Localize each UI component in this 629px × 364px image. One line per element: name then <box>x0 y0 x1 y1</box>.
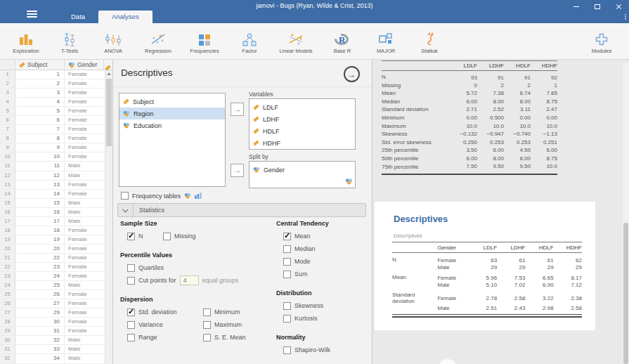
missing-checkbox[interactable] <box>163 233 171 240</box>
table-row[interactable]: 30 32 Male <box>0 336 112 345</box>
n-checkbox[interactable] <box>127 233 135 240</box>
subject-cell[interactable]: 24 <box>15 272 65 280</box>
frequency-tables-option[interactable]: Frequency tables <box>121 192 202 200</box>
assign-split-button[interactable]: → <box>231 164 244 177</box>
ribbon-item-exploration[interactable]: Exploration <box>4 29 48 54</box>
subject-cell[interactable]: 2 <box>15 79 65 88</box>
gender-cell[interactable]: Female <box>65 98 104 106</box>
table-row[interactable]: 28 30 Female <box>0 318 112 327</box>
table-row[interactable]: 11 11 Male <box>0 162 112 171</box>
table-row[interactable]: 7 7 Female <box>0 125 112 134</box>
column-header-subject[interactable]: Subject <box>15 60 65 70</box>
results-scrollbar[interactable] <box>623 63 629 364</box>
variable-item[interactable]: HDHF <box>249 137 355 149</box>
table-row[interactable]: 20 20 Female <box>0 245 112 254</box>
table-row[interactable]: 32 34 Male <box>0 354 112 363</box>
gender-cell[interactable]: Female <box>65 107 104 115</box>
subject-cell[interactable]: 11 <box>15 162 65 170</box>
list-item-education[interactable]: Education <box>119 119 225 131</box>
ribbon-item-base-r[interactable]: R Base R <box>320 29 364 54</box>
table-row[interactable]: 26 27 Female <box>0 299 112 308</box>
tab-data[interactable]: Data <box>58 11 98 23</box>
subject-cell[interactable]: 19 <box>15 235 65 244</box>
table-row[interactable]: 18 18 Female <box>0 226 112 235</box>
table-row[interactable]: 31 33 Male <box>0 345 112 354</box>
table-row[interactable]: 5 5 Female <box>0 107 112 116</box>
option-std-deviation[interactable]: Std. deviation <box>127 306 196 318</box>
sum-checkbox[interactable] <box>283 271 291 278</box>
option-missing[interactable]: Missing <box>163 230 196 242</box>
quartiles-checkbox[interactable] <box>127 264 135 272</box>
variable-item[interactable]: LDLF <box>249 101 355 113</box>
subject-cell[interactable]: 27 <box>15 299 65 308</box>
subject-cell[interactable]: 15 <box>15 199 65 207</box>
subject-cell[interactable]: 22 <box>15 254 65 262</box>
cut-points-checkbox[interactable] <box>127 277 135 285</box>
option-mean[interactable]: Mean <box>283 230 375 242</box>
kurtosis-checkbox[interactable] <box>283 315 291 323</box>
gender-cell[interactable]: Female <box>65 116 104 124</box>
shapiro-wilk-checkbox[interactable] <box>283 346 291 354</box>
table-row[interactable]: 27 29 Female <box>0 308 112 318</box>
table-row[interactable]: 24 25 Male <box>0 281 112 290</box>
gender-cell[interactable]: Female <box>65 79 104 88</box>
collapse-panel-button[interactable]: → <box>344 66 360 82</box>
subject-cell[interactable]: 6 <box>15 116 65 124</box>
gender-cell[interactable]: Female <box>65 134 104 143</box>
table-row[interactable]: 17 17 Male <box>0 217 112 226</box>
table-row[interactable]: 8 8 Female <box>0 134 112 143</box>
se-mean-checkbox[interactable] <box>203 334 211 342</box>
gender-cell[interactable]: Female <box>65 263 104 271</box>
table-row[interactable]: 12 12 Male <box>0 171 112 181</box>
gender-cell[interactable]: Female <box>65 290 104 299</box>
gender-cell[interactable]: Female <box>65 254 104 262</box>
mean-checkbox[interactable] <box>283 233 291 240</box>
table-row[interactable]: 1 1 Female <box>0 70 112 79</box>
table-row[interactable]: 21 22 Female <box>0 254 112 263</box>
option-variance[interactable]: Variance <box>127 318 196 331</box>
subject-cell[interactable]: 20 <box>15 245 65 253</box>
gender-cell[interactable]: Female <box>65 89 104 97</box>
split-item-gender[interactable]: Gender <box>249 164 355 176</box>
gender-cell[interactable]: Female <box>65 308 104 317</box>
table-row[interactable]: 15 15 Male <box>0 199 112 208</box>
option-quartiles[interactable]: Quartiles <box>127 261 271 274</box>
menu-icon[interactable] <box>27 11 37 18</box>
gender-cell[interactable]: Female <box>65 181 104 189</box>
subject-cell[interactable]: 26 <box>15 290 65 299</box>
gender-cell[interactable]: Female <box>65 152 104 161</box>
table-row[interactable]: 16 16 Male <box>0 208 112 217</box>
gender-cell[interactable]: Male <box>65 208 104 216</box>
option-skewness[interactable]: Skewness <box>283 299 375 312</box>
subject-cell[interactable]: 29 <box>15 308 65 317</box>
gender-cell[interactable]: Male <box>65 345 104 353</box>
scroll-up-icon[interactable] <box>107 72 111 75</box>
column-header-gender[interactable]: Gender <box>65 60 104 70</box>
gender-cell[interactable]: Female <box>65 190 104 198</box>
scrollbar-thumb[interactable] <box>623 223 628 364</box>
subject-cell[interactable]: 3 <box>15 89 65 97</box>
table-row[interactable]: 23 24 Female <box>0 272 112 281</box>
gender-cell[interactable]: Male <box>65 171 104 180</box>
subject-cell[interactable]: 32 <box>15 336 65 344</box>
subject-cell[interactable]: 17 <box>15 217 65 226</box>
mode-checkbox[interactable] <box>283 258 291 266</box>
subject-cell[interactable]: 1 <box>15 70 65 79</box>
ribbon-item-t-tests[interactable]: T-Tests <box>48 29 91 54</box>
frequency-tables-checkbox[interactable] <box>121 192 129 200</box>
ribbon-item-anova[interactable]: ANOVA <box>91 29 135 54</box>
option-median[interactable]: Median <box>283 242 375 255</box>
subject-cell[interactable]: 33 <box>15 345 65 353</box>
gender-cell[interactable]: Female <box>65 226 104 235</box>
subject-cell[interactable]: 31 <box>15 327 65 335</box>
ribbon-item-regression[interactable]: Regression <box>135 29 181 54</box>
subject-cell[interactable]: 8 <box>15 134 65 143</box>
median-checkbox[interactable] <box>283 245 291 253</box>
subject-cell[interactable]: 30 <box>15 318 65 326</box>
table-row[interactable]: 13 13 Female <box>0 181 112 190</box>
results-menu-button[interactable] <box>439 359 457 364</box>
option-mode[interactable]: Mode <box>283 255 375 268</box>
option-minimum[interactable]: Minimum <box>203 306 271 318</box>
table-row[interactable]: 2 2 Female <box>0 79 112 89</box>
gender-cell[interactable]: Female <box>65 299 104 308</box>
